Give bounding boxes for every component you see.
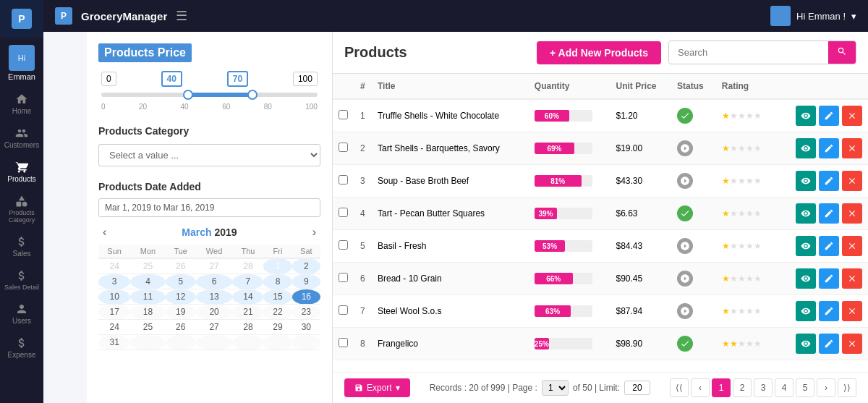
pagination-page-1[interactable]: 1 bbox=[712, 378, 731, 397]
limit-input[interactable] bbox=[624, 381, 650, 395]
calendar-day[interactable]: 28 bbox=[232, 320, 263, 335]
view-button[interactable] bbox=[796, 268, 816, 289]
calendar-day[interactable]: 9 bbox=[292, 274, 320, 289]
view-button[interactable] bbox=[796, 171, 816, 191]
search-button[interactable] bbox=[828, 41, 856, 64]
sidebar-item-products-category[interactable]: Products Category bbox=[0, 189, 43, 229]
calendar-next-button[interactable]: › bbox=[308, 224, 320, 240]
calendar-day[interactable]: 10 bbox=[98, 289, 130, 305]
edit-button[interactable] bbox=[819, 236, 839, 256]
sidebar-item-sales-detail[interactable]: Sales Detail bbox=[0, 263, 43, 297]
view-button[interactable] bbox=[796, 236, 816, 256]
delete-button[interactable] bbox=[842, 236, 862, 256]
calendar-day[interactable]: 27 bbox=[196, 258, 233, 274]
edit-button[interactable] bbox=[819, 203, 839, 224]
date-range-input[interactable] bbox=[98, 198, 320, 217]
sidebar-item-sales[interactable]: Sales bbox=[0, 229, 43, 263]
delete-button[interactable] bbox=[842, 301, 862, 321]
row-checkbox[interactable] bbox=[333, 165, 354, 198]
edit-button[interactable] bbox=[819, 171, 839, 191]
row-checkbox[interactable] bbox=[333, 263, 354, 295]
view-button[interactable] bbox=[796, 301, 816, 321]
calendar-day[interactable]: 5 bbox=[166, 274, 196, 289]
sidebar-item-products[interactable]: Products bbox=[0, 155, 43, 189]
calendar-day[interactable]: 27 bbox=[196, 320, 233, 335]
edit-button[interactable] bbox=[819, 334, 839, 354]
pagination-page-5[interactable]: 5 bbox=[796, 378, 814, 397]
row-checkbox[interactable] bbox=[333, 132, 354, 165]
calendar-day[interactable]: 1 bbox=[263, 258, 292, 274]
calendar-day[interactable]: 13 bbox=[196, 289, 233, 305]
pagination-last-button[interactable]: ⟩⟩ bbox=[838, 378, 856, 397]
menu-icon[interactable]: ☰ bbox=[176, 8, 187, 24]
delete-button[interactable] bbox=[842, 268, 862, 289]
calendar-day[interactable]: 14 bbox=[232, 289, 263, 305]
slider-right-thumb[interactable] bbox=[247, 90, 258, 100]
calendar-day[interactable]: 24 bbox=[98, 258, 130, 274]
slider-left-val[interactable]: 40 bbox=[161, 71, 182, 87]
row-checkbox[interactable] bbox=[333, 198, 354, 230]
delete-button[interactable] bbox=[842, 334, 862, 354]
calendar-day[interactable]: 23 bbox=[292, 305, 320, 320]
edit-button[interactable] bbox=[819, 301, 839, 321]
view-button[interactable] bbox=[796, 138, 816, 158]
search-input[interactable] bbox=[669, 42, 828, 63]
sidebar-item-users[interactable]: Users bbox=[0, 297, 43, 331]
calendar-day[interactable]: 3 bbox=[98, 274, 130, 289]
row-checkbox[interactable] bbox=[333, 295, 354, 328]
calendar-day[interactable]: 29 bbox=[263, 320, 292, 335]
user-menu[interactable]: Hi Emman ! ▾ bbox=[770, 6, 856, 26]
export-button[interactable]: Export ▾ bbox=[344, 378, 410, 397]
delete-button[interactable] bbox=[842, 106, 862, 126]
slider-left-thumb[interactable] bbox=[183, 90, 193, 100]
calendar-day[interactable]: 17 bbox=[98, 305, 130, 320]
calendar-day[interactable]: 18 bbox=[130, 305, 165, 320]
calendar-day[interactable]: 26 bbox=[166, 258, 196, 274]
row-checkbox[interactable] bbox=[333, 328, 354, 360]
pagination-page-4[interactable]: 4 bbox=[775, 378, 793, 397]
pagination-first-button[interactable]: ⟨⟨ bbox=[670, 378, 689, 397]
sidebar-item-expense[interactable]: Expense bbox=[0, 331, 43, 365]
calendar-day[interactable]: 7 bbox=[232, 274, 263, 289]
calendar-day[interactable]: 28 bbox=[232, 258, 263, 274]
add-new-products-button[interactable]: + Add New Products bbox=[537, 41, 661, 64]
row-checkbox[interactable] bbox=[333, 99, 354, 132]
calendar-day[interactable]: 11 bbox=[130, 289, 165, 305]
edit-button[interactable] bbox=[819, 138, 839, 158]
delete-button[interactable] bbox=[842, 203, 862, 224]
calendar-day[interactable]: 15 bbox=[263, 289, 292, 305]
edit-button[interactable] bbox=[819, 106, 839, 126]
calendar-day[interactable]: 19 bbox=[166, 305, 196, 320]
calendar-day[interactable]: 16 bbox=[292, 289, 320, 305]
calendar-day[interactable]: 26 bbox=[166, 320, 196, 335]
calendar-day[interactable]: 6 bbox=[196, 274, 233, 289]
view-button[interactable] bbox=[796, 106, 816, 126]
calendar-day[interactable]: 22 bbox=[263, 305, 292, 320]
calendar-day[interactable]: 25 bbox=[130, 320, 165, 335]
calendar-prev-button[interactable]: ‹ bbox=[98, 224, 111, 240]
calendar-day[interactable]: 21 bbox=[232, 305, 263, 320]
calendar-day[interactable]: 20 bbox=[196, 305, 233, 320]
category-select[interactable]: Select a value ... All Chocolate Bread S… bbox=[98, 144, 320, 166]
pagination-next-button[interactable]: › bbox=[817, 378, 835, 397]
calendar-day[interactable]: 24 bbox=[98, 320, 130, 335]
edit-button[interactable] bbox=[819, 268, 839, 289]
sidebar-item-home[interactable]: Home bbox=[0, 87, 43, 121]
view-button[interactable] bbox=[796, 334, 816, 354]
pagination-page-3[interactable]: 3 bbox=[754, 378, 773, 397]
sidebar-item-customers[interactable]: Customers bbox=[0, 121, 43, 155]
page-select[interactable]: 123 bbox=[542, 380, 569, 396]
calendar-day[interactable]: 25 bbox=[130, 258, 165, 274]
calendar-day[interactable]: 30 bbox=[292, 320, 320, 335]
delete-button[interactable] bbox=[842, 171, 862, 191]
calendar-day[interactable]: 12 bbox=[166, 289, 196, 305]
slider-track[interactable] bbox=[101, 93, 318, 97]
calendar-day[interactable]: 2 bbox=[292, 258, 320, 274]
calendar-day[interactable]: 31 bbox=[98, 335, 130, 350]
calendar-day[interactable]: 4 bbox=[130, 274, 165, 289]
delete-button[interactable] bbox=[842, 138, 862, 158]
calendar-day[interactable]: 8 bbox=[263, 274, 292, 289]
view-button[interactable] bbox=[796, 203, 816, 224]
pagination-page-2[interactable]: 2 bbox=[733, 378, 752, 397]
slider-right-val[interactable]: 70 bbox=[227, 71, 248, 87]
